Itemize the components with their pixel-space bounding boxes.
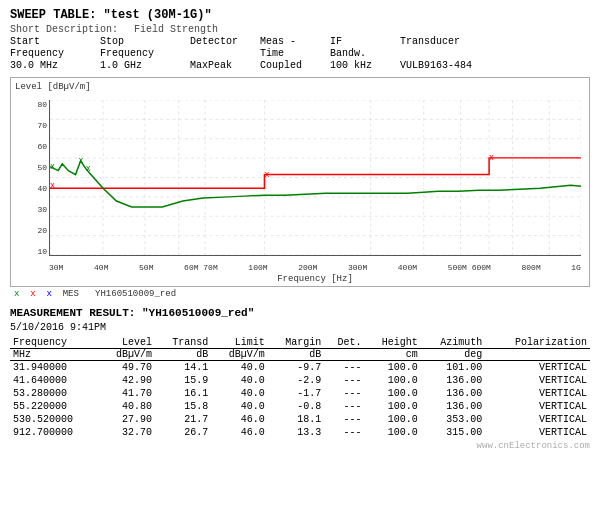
table-cell: 912.700000 (10, 426, 99, 439)
table-cell: 40.0 (211, 361, 267, 375)
col-if: IF (330, 36, 400, 47)
th-margin-unit: dB (268, 349, 324, 361)
table-cell: 100.0 (364, 400, 420, 413)
table-cell: --- (324, 387, 364, 400)
y-tick-80: 80 (13, 100, 47, 109)
th-level: Level (99, 337, 155, 349)
table-cell: 46.0 (211, 426, 267, 439)
chart-area: x x x x x x x (49, 100, 581, 256)
sweep-data-row: 30.0 MHz 1.0 GHz MaxPeak Coupled 100 kHz… (10, 60, 590, 71)
table-cell: --- (324, 413, 364, 426)
data-meas: Coupled (260, 60, 330, 71)
th-frequency: Frequency (10, 337, 99, 349)
table-row: 41.64000042.9015.940.0-2.9---100.0136.00… (10, 374, 590, 387)
y-tick-10: 10 (13, 247, 47, 256)
table-cell: 46.0 (211, 413, 267, 426)
svg-text:x: x (489, 153, 494, 162)
x-tick-200m: 200M (298, 263, 317, 272)
x-tick-50m: 50M (139, 263, 153, 272)
legend-text: MES YH160510009_red (63, 289, 176, 299)
svg-text:x: x (264, 170, 269, 179)
th-level-unit: dBµV/m (99, 349, 155, 361)
y-tick-60: 60 (13, 142, 47, 151)
col-stop: Stop (100, 36, 190, 47)
x-tick-1g: 1G (571, 263, 581, 272)
th-pol-unit (485, 349, 590, 361)
table-cell: VERTICAL (485, 387, 590, 400)
table-cell: 18.1 (268, 413, 324, 426)
table-cell: 100.0 (364, 387, 420, 400)
table-cell: 31.940000 (10, 361, 99, 375)
sweep-subheaders: Frequency Frequency Time Bandw. (10, 48, 590, 59)
subh-time-label: Time (260, 48, 330, 59)
table-cell: -1.7 (268, 387, 324, 400)
data-stop-freq: 1.0 GHz (100, 60, 190, 71)
table-cell: -9.7 (268, 361, 324, 375)
measurement-section: MEASUREMENT RESULT: "YH160510009_red" 5/… (10, 307, 590, 451)
table-cell: VERTICAL (485, 400, 590, 413)
th-limit: Limit (211, 337, 267, 349)
x-tick-300m: 300M (348, 263, 367, 272)
meas-title: MEASUREMENT RESULT: "YH160510009_red" (10, 307, 590, 319)
th-det-unit (324, 349, 364, 361)
table-cell: 100.0 (364, 374, 420, 387)
table-row: 912.70000032.7026.746.013.3---100.0315.0… (10, 426, 590, 439)
col-start: Start (10, 36, 100, 47)
y-tick-30: 30 (13, 205, 47, 214)
x-tick-30m: 30M (49, 263, 63, 272)
table-cell: -0.8 (268, 400, 324, 413)
table-cell: --- (324, 374, 364, 387)
table-header-row-2: MHz dBµV/m dB dBµV/m dB cm deg (10, 349, 590, 361)
data-start-freq: 30.0 MHz (10, 60, 100, 71)
table-cell: 315.00 (421, 426, 485, 439)
table-cell: 530.520000 (10, 413, 99, 426)
th-margin: Margin (268, 337, 324, 349)
legend-x1: x (14, 289, 19, 299)
col-transducer: Transducer (400, 36, 510, 47)
x-tick-40m: 40M (94, 263, 108, 272)
sweep-col-headers: Start Stop Detector Meas - IF Transducer (10, 36, 590, 47)
table-cell: 100.0 (364, 413, 420, 426)
table-row: 55.22000040.8015.840.0-0.8---100.0136.00… (10, 400, 590, 413)
subh-freq2: Frequency (100, 48, 190, 59)
th-transd: Transd (155, 337, 211, 349)
th-azimuth-unit: deg (421, 349, 485, 361)
y-tick-50: 50 (13, 163, 47, 172)
chart-legend: x x x MES YH160510009_red (10, 289, 590, 299)
table-cell: 40.80 (99, 400, 155, 413)
th-height-unit: cm (364, 349, 420, 361)
table-cell: VERTICAL (485, 426, 590, 439)
subh-freq1: Frequency (10, 48, 100, 59)
y-axis-labels: 80 70 60 50 40 30 20 10 (13, 100, 47, 256)
table-cell: 15.9 (155, 374, 211, 387)
watermark: www.cnElectronics.com (10, 441, 590, 451)
table-cell: -2.9 (268, 374, 324, 387)
x-tick-60-70m: 60M 70M (184, 263, 218, 272)
table-cell: 14.1 (155, 361, 211, 375)
subh-time (190, 48, 260, 59)
th-polarization: Polarization (485, 337, 590, 349)
sweep-header: SWEEP TABLE: "test (30M-1G)" Short Descr… (10, 8, 590, 71)
table-cell: VERTICAL (485, 361, 590, 375)
x-axis-title: Frequency [Hz] (49, 274, 581, 284)
y-tick-70: 70 (13, 121, 47, 130)
svg-text:x: x (50, 181, 55, 190)
y-tick-40: 40 (13, 184, 47, 193)
table-cell: 42.90 (99, 374, 155, 387)
table-cell: 21.7 (155, 413, 211, 426)
th-freq-unit: MHz (10, 349, 99, 361)
table-cell: --- (324, 426, 364, 439)
table-cell: 136.00 (421, 374, 485, 387)
table-cell: 41.70 (99, 387, 155, 400)
table-cell: --- (324, 400, 364, 413)
table-cell: 41.640000 (10, 374, 99, 387)
table-cell: 53.280000 (10, 387, 99, 400)
table-cell: --- (324, 361, 364, 375)
table-cell: 15.8 (155, 400, 211, 413)
data-transducer: VULB9163-484 (400, 60, 510, 71)
table-cell: 101.00 (421, 361, 485, 375)
table-row: 53.28000041.7016.140.0-1.7---100.0136.00… (10, 387, 590, 400)
table-cell: 27.90 (99, 413, 155, 426)
table-cell: 353.00 (421, 413, 485, 426)
legend-x2: x (25, 289, 36, 299)
